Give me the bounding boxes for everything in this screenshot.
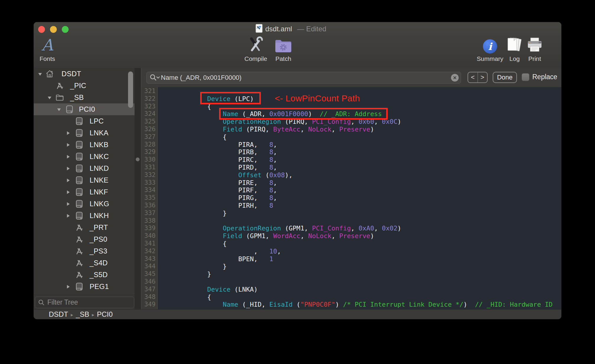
breadcrumb-item[interactable]: _SB	[76, 310, 89, 318]
code-line: }	[153, 270, 553, 278]
disclosure-collapsed-icon[interactable]	[66, 155, 70, 159]
device-icon	[75, 176, 84, 185]
disclosure-expanded-icon[interactable]	[47, 95, 52, 100]
tree-item-label: _S4D	[90, 259, 108, 267]
tree-item-lpc[interactable]: LPC	[34, 115, 135, 127]
disclosure-collapsed-icon[interactable]	[66, 285, 70, 289]
toolbar-print[interactable]: Print	[512, 34, 557, 62]
breadcrumb-item[interactable]: DSDT	[49, 310, 68, 318]
disclosure-collapsed-icon[interactable]	[66, 143, 70, 147]
method-icon	[75, 235, 84, 244]
disclosure-expanded-icon[interactable]	[38, 72, 42, 76]
tree-item-label: _SB	[70, 93, 84, 102]
disclosure-collapsed-icon[interactable]	[66, 190, 70, 194]
disclosure-collapsed-icon[interactable]	[66, 214, 70, 218]
tree-item-label: PCI0	[79, 105, 95, 113]
pane-splitter[interactable]	[135, 68, 141, 309]
tree-item-dsdt[interactable]: DSDT	[34, 68, 135, 80]
filter-field[interactable]	[35, 297, 134, 308]
tree-item-lnkb[interactable]: LNKB	[34, 139, 135, 151]
folder-icon	[55, 93, 64, 102]
tree-item-_ps3[interactable]: _PS3	[34, 245, 135, 257]
find-field[interactable]: ✕	[146, 72, 461, 84]
tree-item-label: LNKH	[90, 212, 109, 220]
find-next-button[interactable]: >	[478, 72, 487, 82]
search-icon	[38, 299, 45, 306]
done-button[interactable]: Done	[493, 72, 517, 83]
disclosure-collapsed-icon[interactable]	[66, 131, 70, 135]
find-previous-button[interactable]: <	[468, 72, 478, 82]
code-line: , 10,	[153, 248, 553, 255]
annotation-text: <- LowPinCount Path	[275, 93, 360, 103]
code-editor[interactable]: 3213223233243253263273283293303313323333…	[141, 87, 561, 309]
tree-item-label: _PS0	[90, 235, 107, 243]
toolbar-print-label: Print	[512, 55, 557, 62]
zoom-button[interactable]	[62, 26, 69, 33]
annotation-box-name-adr	[219, 108, 388, 120]
clear-search-icon[interactable]: ✕	[451, 74, 459, 82]
code-line: {	[153, 133, 553, 141]
code-line: Device (LNKA)	[153, 286, 553, 293]
tree-item-label: LNKF	[90, 188, 108, 196]
window-title: dsdt.aml	[265, 25, 292, 33]
tree-item-_sb[interactable]: _SB	[34, 92, 135, 103]
method-icon	[75, 270, 84, 279]
disclosure-collapsed-icon[interactable]	[66, 202, 70, 206]
sidebar-scrollbar[interactable]	[128, 72, 133, 108]
tree-item-label: DSDT	[62, 70, 81, 78]
tree-item-_s5d[interactable]: _S5D	[34, 269, 135, 281]
tree-item-_ps0[interactable]: _PS0	[34, 233, 135, 245]
replace-checkbox[interactable]	[522, 73, 529, 81]
toolbar-patch-label: Patch	[261, 55, 305, 62]
filter-tree-input[interactable]	[47, 298, 134, 307]
toolbar-fonts-label: Fonts	[34, 55, 69, 62]
tree-item-label: LNKG	[90, 200, 109, 208]
tree-item-lnkh[interactable]: LNKH	[34, 210, 135, 222]
breadcrumb-item[interactable]: PCI0	[97, 310, 113, 318]
annotation-box-device-lpc	[200, 92, 261, 104]
disclosure-collapsed-icon[interactable]	[66, 166, 70, 171]
device-icon	[75, 129, 84, 137]
tree-item-lnkc[interactable]: LNKC	[34, 151, 135, 162]
device-icon	[75, 282, 84, 291]
desktop: { "window": { "title": "dsdt.aml", "titl…	[0, 0, 595, 364]
find-input[interactable]	[161, 72, 447, 83]
tree-item-lnke[interactable]: LNKE	[34, 174, 135, 186]
toolbar-patch[interactable]: Patch	[261, 34, 305, 62]
app-window: dsdt.aml — Edited A Fonts Compile	[34, 22, 561, 319]
tree-item-peg1[interactable]: PEG1	[34, 281, 135, 292]
code-line: Field (PIRQ, ByteAcc, NoLock, Preserve)	[153, 126, 553, 133]
tree-item-lnka[interactable]: LNKA	[34, 127, 135, 139]
window-title-state: — Edited	[297, 25, 326, 33]
method-icon	[75, 223, 84, 232]
breadcrumb-separator-icon: ▸	[71, 311, 73, 318]
code-line: PIRD, 8,	[153, 164, 553, 171]
print-icon	[512, 34, 557, 53]
filter-area	[34, 295, 135, 310]
tree-item-lnkg[interactable]: LNKG	[34, 198, 135, 210]
tree-item-lnkf[interactable]: LNKF	[34, 186, 135, 198]
disclosure-collapsed-icon[interactable]	[66, 178, 70, 183]
code-line: BPEN, 1	[153, 255, 553, 263]
tree-item-_s4d[interactable]: _S4D	[34, 257, 135, 269]
find-nav: < >	[468, 72, 488, 83]
tree-item-lnkd[interactable]: LNKD	[34, 162, 135, 174]
disclosure-expanded-icon[interactable]	[57, 107, 61, 112]
replace-label: Replace	[532, 73, 557, 81]
tree-item-label: LNKD	[90, 164, 109, 173]
close-button[interactable]	[38, 26, 45, 33]
tree-item-pci0[interactable]: PCI0	[34, 103, 135, 115]
minimize-button[interactable]	[50, 26, 57, 33]
code-line	[153, 278, 553, 286]
toolbar-fonts[interactable]: A Fonts	[34, 34, 69, 62]
tree-item-label: _S5D	[90, 271, 108, 279]
tree-item-label: LNKE	[90, 176, 109, 184]
tree-item-_pic[interactable]: _PIC	[34, 80, 135, 92]
device-icon	[75, 164, 84, 173]
tree-item-_prt[interactable]: _PRT	[34, 222, 135, 233]
device-icon	[75, 199, 84, 208]
search-menu-icon[interactable]	[150, 74, 160, 82]
splitter-grip-icon[interactable]	[136, 157, 140, 161]
breadcrumb: DSDT▸_SB▸PCI0	[47, 310, 115, 318]
code-line: OperationRegion (GPM1, PCI_Config, 0xA0,…	[153, 225, 553, 232]
